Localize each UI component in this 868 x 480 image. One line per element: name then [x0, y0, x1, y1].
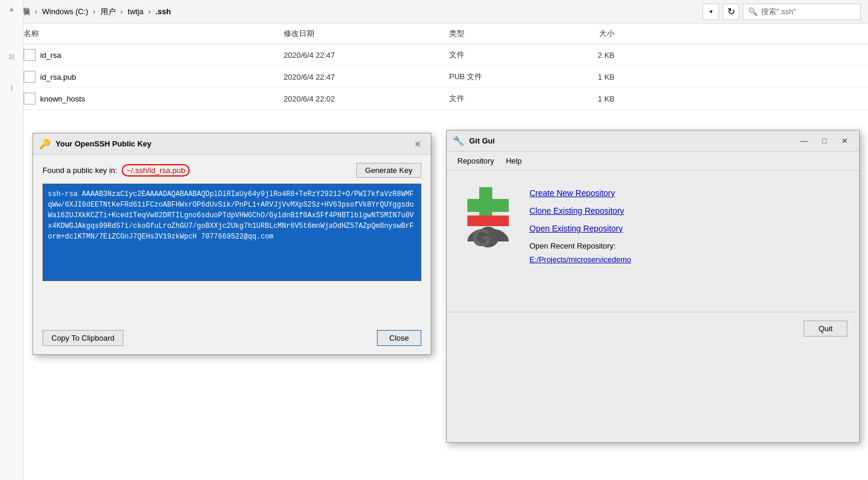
open-existing-repository-link[interactable]: Open Existing Repository — [529, 224, 847, 233]
gitgui-titlebar: 🔧 Git Gui — □ ✕ — [447, 130, 859, 152]
ssh-dialog-body: Found a public key in: ~/.ssh/id_rsa.pub… — [33, 155, 431, 292]
refresh-btn[interactable]: ↻ — [723, 4, 739, 20]
breadcrumb-part-3[interactable]: 用户 — [100, 6, 116, 17]
table-header: 名称 修改日期 类型 大小 — [24, 24, 868, 44]
found-key-label: Found a public key in: ~/.ssh/id_rsa.pub — [43, 164, 350, 177]
ssh-dialog-icon: 🔑 — [39, 138, 51, 150]
minimize-button[interactable]: — — [795, 133, 813, 149]
git-logo-svg: G — [461, 182, 515, 247]
menu-repository[interactable]: Repository — [451, 154, 500, 168]
gitgui-menubar: Repository Help — [447, 152, 859, 171]
search-placeholder: 搜索".ssh" — [761, 6, 796, 17]
file-size: 1 KB — [555, 73, 615, 81]
search-box[interactable]: 🔍 搜索".ssh" — [743, 4, 861, 20]
col-header-date[interactable]: 修改日期 — [284, 28, 449, 39]
key-textarea[interactable] — [43, 184, 421, 281]
file-icon — [24, 93, 35, 105]
search-icon: 🔍 — [748, 7, 758, 16]
generate-key-button[interactable]: Generate Key — [356, 163, 421, 178]
svg-text:G: G — [472, 224, 492, 247]
sidebar-item[interactable]: ) — [0, 84, 23, 91]
col-header-name[interactable]: 名称 — [24, 28, 284, 39]
file-name: id_rsa.pub — [40, 73, 76, 81]
ssh-dialog-footer: Copy To Clipboard Close — [33, 324, 431, 354]
file-icon — [24, 71, 35, 83]
left-sidebar-strip: ▲ 2( ) — [0, 0, 24, 480]
gitgui-footer: Quit — [447, 312, 859, 345]
maximize-button[interactable]: □ — [815, 133, 833, 149]
clone-existing-repository-link[interactable]: Clone Existing Repository — [529, 206, 847, 215]
gitgui-icon: 🔧 — [453, 135, 464, 147]
table-row[interactable]: id_rsa.pub 2020/6/4 22:47 PUB 文件 1 KB — [24, 66, 868, 88]
file-type: 文件 — [449, 93, 555, 104]
ssh-dialog-titlebar: 🔑 Your OpenSSH Public Key ✕ — [33, 133, 431, 155]
copy-to-clipboard-button[interactable]: Copy To Clipboard — [43, 330, 123, 346]
file-icon — [24, 49, 35, 61]
gitgui-dialog: 🔧 Git Gui — □ ✕ Repository Help — [446, 130, 860, 443]
file-date: 2020/6/4 22:47 — [284, 73, 449, 81]
col-header-size[interactable]: 大小 — [555, 28, 615, 39]
ssh-dialog-title: Your OpenSSH Public Key — [56, 139, 411, 148]
breadcrumb-current[interactable]: .ssh — [155, 7, 171, 16]
sidebar-item[interactable]: 2( — [0, 53, 23, 60]
gitgui-title: Git Gui — [469, 136, 795, 145]
file-type: 文件 — [449, 50, 555, 60]
recent-repository-path[interactable]: E:/Projects/microservicedemo — [529, 255, 631, 264]
scroll-up-arrow[interactable]: ▲ — [0, 0, 23, 18]
found-key-path: ~/.ssh/id_rsa.pub — [122, 164, 190, 177]
breadcrumb-part-4[interactable]: twtja — [128, 7, 144, 16]
table-row[interactable]: id_rsa 2020/6/4 22:47 文件 2 KB — [24, 44, 868, 66]
file-table: 名称 修改日期 类型 大小 id_rsa 2020/6/4 22:47 文件 2… — [0, 24, 868, 110]
create-new-repository-link[interactable]: Create New Repository — [529, 188, 847, 198]
ssh-dialog-close-btn[interactable]: ✕ — [411, 137, 425, 151]
found-key-row: Found a public key in: ~/.ssh/id_rsa.pub… — [43, 163, 421, 178]
close-dialog-button[interactable]: Close — [377, 330, 421, 346]
file-size: 1 KB — [555, 94, 615, 103]
gitgui-body: G Create New Repository Clone Existing R… — [447, 171, 859, 276]
file-size: 2 KB — [555, 51, 615, 60]
file-type: PUB 文件 — [449, 71, 555, 82]
git-logo: G — [459, 182, 518, 247]
gitgui-links: Create New Repository Clone Existing Rep… — [529, 182, 847, 265]
explorer-titlebar: 此电脑 › Windows (C:) › 用户 › twtja › .ssh ▾… — [0, 0, 868, 24]
file-date: 2020/6/4 22:47 — [284, 51, 449, 60]
quit-button[interactable]: Quit — [804, 321, 847, 337]
address-dropdown-btn[interactable]: ▾ — [703, 4, 719, 20]
menu-help[interactable]: Help — [500, 154, 528, 168]
window-controls: — □ ✕ — [795, 133, 853, 149]
file-name: known_hosts — [40, 94, 85, 103]
breadcrumb-part-2[interactable]: Windows (C:) — [42, 7, 88, 16]
file-date: 2020/6/4 22:02 — [284, 94, 449, 103]
found-key-text: Found a public key in: — [43, 166, 117, 175]
close-window-button[interactable]: ✕ — [836, 133, 853, 149]
dialog-extra-space — [33, 292, 431, 324]
open-recent-label: Open Recent Repository: — [529, 241, 847, 250]
file-name: id_rsa — [40, 51, 61, 60]
ssh-public-key-dialog: 🔑 Your OpenSSH Public Key ✕ Found a publ… — [32, 133, 431, 355]
table-row[interactable]: known_hosts 2020/6/4 22:02 文件 1 KB — [24, 88, 868, 110]
col-header-type[interactable]: 类型 — [449, 28, 555, 39]
